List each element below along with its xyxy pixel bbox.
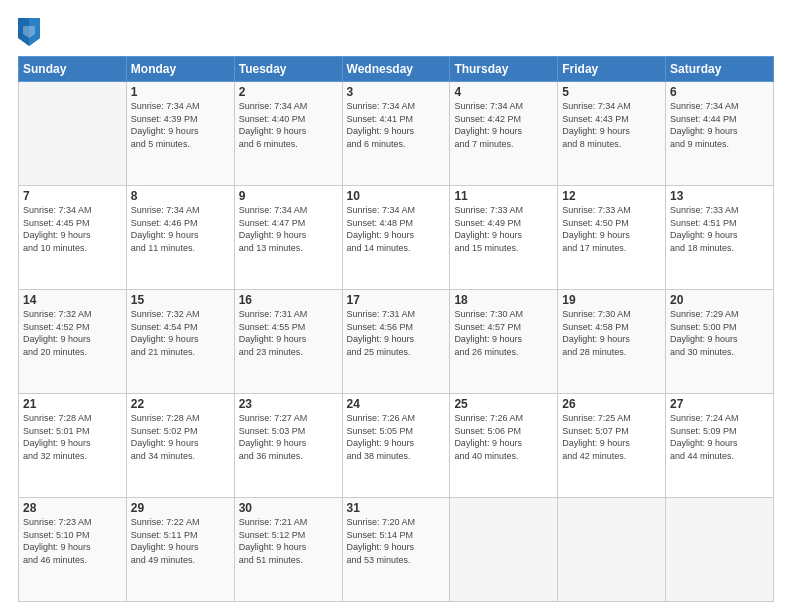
day-number: 23 — [239, 397, 338, 411]
day-info: Sunrise: 7:34 AM Sunset: 4:45 PM Dayligh… — [23, 204, 122, 254]
week-row-4: 21Sunrise: 7:28 AM Sunset: 5:01 PM Dayli… — [19, 394, 774, 498]
calendar-body: 1Sunrise: 7:34 AM Sunset: 4:39 PM Daylig… — [19, 82, 774, 602]
weekday-header-sunday: Sunday — [19, 57, 127, 82]
day-info: Sunrise: 7:33 AM Sunset: 4:51 PM Dayligh… — [670, 204, 769, 254]
day-number: 14 — [23, 293, 122, 307]
day-info: Sunrise: 7:34 AM Sunset: 4:39 PM Dayligh… — [131, 100, 230, 150]
day-info: Sunrise: 7:29 AM Sunset: 5:00 PM Dayligh… — [670, 308, 769, 358]
day-info: Sunrise: 7:32 AM Sunset: 4:52 PM Dayligh… — [23, 308, 122, 358]
weekday-header-thursday: Thursday — [450, 57, 558, 82]
day-number: 7 — [23, 189, 122, 203]
calendar-cell: 19Sunrise: 7:30 AM Sunset: 4:58 PM Dayli… — [558, 290, 666, 394]
day-info: Sunrise: 7:34 AM Sunset: 4:40 PM Dayligh… — [239, 100, 338, 150]
day-info: Sunrise: 7:31 AM Sunset: 4:55 PM Dayligh… — [239, 308, 338, 358]
calendar-cell: 12Sunrise: 7:33 AM Sunset: 4:50 PM Dayli… — [558, 186, 666, 290]
day-number: 26 — [562, 397, 661, 411]
day-number: 16 — [239, 293, 338, 307]
weekday-header-saturday: Saturday — [666, 57, 774, 82]
calendar-cell: 1Sunrise: 7:34 AM Sunset: 4:39 PM Daylig… — [126, 82, 234, 186]
day-number: 27 — [670, 397, 769, 411]
calendar-cell: 31Sunrise: 7:20 AM Sunset: 5:14 PM Dayli… — [342, 498, 450, 602]
day-info: Sunrise: 7:34 AM Sunset: 4:44 PM Dayligh… — [670, 100, 769, 150]
day-number: 29 — [131, 501, 230, 515]
calendar-cell: 17Sunrise: 7:31 AM Sunset: 4:56 PM Dayli… — [342, 290, 450, 394]
calendar-cell: 5Sunrise: 7:34 AM Sunset: 4:43 PM Daylig… — [558, 82, 666, 186]
calendar-cell: 28Sunrise: 7:23 AM Sunset: 5:10 PM Dayli… — [19, 498, 127, 602]
weekday-header-wednesday: Wednesday — [342, 57, 450, 82]
weekday-header-friday: Friday — [558, 57, 666, 82]
calendar-cell: 13Sunrise: 7:33 AM Sunset: 4:51 PM Dayli… — [666, 186, 774, 290]
calendar-cell: 10Sunrise: 7:34 AM Sunset: 4:48 PM Dayli… — [342, 186, 450, 290]
calendar-cell: 26Sunrise: 7:25 AM Sunset: 5:07 PM Dayli… — [558, 394, 666, 498]
day-number: 11 — [454, 189, 553, 203]
day-number: 8 — [131, 189, 230, 203]
day-info: Sunrise: 7:34 AM Sunset: 4:42 PM Dayligh… — [454, 100, 553, 150]
day-number: 13 — [670, 189, 769, 203]
page: SundayMondayTuesdayWednesdayThursdayFrid… — [0, 0, 792, 612]
calendar-table: SundayMondayTuesdayWednesdayThursdayFrid… — [18, 56, 774, 602]
day-number: 5 — [562, 85, 661, 99]
day-info: Sunrise: 7:33 AM Sunset: 4:49 PM Dayligh… — [454, 204, 553, 254]
day-info: Sunrise: 7:31 AM Sunset: 4:56 PM Dayligh… — [347, 308, 446, 358]
day-number: 25 — [454, 397, 553, 411]
day-info: Sunrise: 7:27 AM Sunset: 5:03 PM Dayligh… — [239, 412, 338, 462]
calendar-cell: 23Sunrise: 7:27 AM Sunset: 5:03 PM Dayli… — [234, 394, 342, 498]
calendar-cell: 7Sunrise: 7:34 AM Sunset: 4:45 PM Daylig… — [19, 186, 127, 290]
calendar-cell — [19, 82, 127, 186]
calendar-cell: 21Sunrise: 7:28 AM Sunset: 5:01 PM Dayli… — [19, 394, 127, 498]
day-number: 17 — [347, 293, 446, 307]
weekday-header-tuesday: Tuesday — [234, 57, 342, 82]
weekday-header-monday: Monday — [126, 57, 234, 82]
calendar-cell: 9Sunrise: 7:34 AM Sunset: 4:47 PM Daylig… — [234, 186, 342, 290]
day-number: 3 — [347, 85, 446, 99]
day-number: 15 — [131, 293, 230, 307]
day-info: Sunrise: 7:26 AM Sunset: 5:06 PM Dayligh… — [454, 412, 553, 462]
day-number: 28 — [23, 501, 122, 515]
day-number: 30 — [239, 501, 338, 515]
calendar-cell: 25Sunrise: 7:26 AM Sunset: 5:06 PM Dayli… — [450, 394, 558, 498]
calendar-cell: 6Sunrise: 7:34 AM Sunset: 4:44 PM Daylig… — [666, 82, 774, 186]
day-info: Sunrise: 7:30 AM Sunset: 4:58 PM Dayligh… — [562, 308, 661, 358]
week-row-2: 7Sunrise: 7:34 AM Sunset: 4:45 PM Daylig… — [19, 186, 774, 290]
calendar-cell: 2Sunrise: 7:34 AM Sunset: 4:40 PM Daylig… — [234, 82, 342, 186]
calendar-cell: 15Sunrise: 7:32 AM Sunset: 4:54 PM Dayli… — [126, 290, 234, 394]
day-info: Sunrise: 7:34 AM Sunset: 4:48 PM Dayligh… — [347, 204, 446, 254]
day-number: 24 — [347, 397, 446, 411]
day-info: Sunrise: 7:22 AM Sunset: 5:11 PM Dayligh… — [131, 516, 230, 566]
day-info: Sunrise: 7:34 AM Sunset: 4:47 PM Dayligh… — [239, 204, 338, 254]
logo-icon — [18, 18, 40, 46]
day-info: Sunrise: 7:23 AM Sunset: 5:10 PM Dayligh… — [23, 516, 122, 566]
day-info: Sunrise: 7:34 AM Sunset: 4:46 PM Dayligh… — [131, 204, 230, 254]
calendar-cell — [558, 498, 666, 602]
calendar-cell: 29Sunrise: 7:22 AM Sunset: 5:11 PM Dayli… — [126, 498, 234, 602]
day-info: Sunrise: 7:24 AM Sunset: 5:09 PM Dayligh… — [670, 412, 769, 462]
logo — [18, 18, 46, 46]
calendar-cell — [666, 498, 774, 602]
week-row-3: 14Sunrise: 7:32 AM Sunset: 4:52 PM Dayli… — [19, 290, 774, 394]
day-info: Sunrise: 7:34 AM Sunset: 4:43 PM Dayligh… — [562, 100, 661, 150]
day-number: 12 — [562, 189, 661, 203]
day-info: Sunrise: 7:26 AM Sunset: 5:05 PM Dayligh… — [347, 412, 446, 462]
day-number: 10 — [347, 189, 446, 203]
day-number: 18 — [454, 293, 553, 307]
week-row-1: 1Sunrise: 7:34 AM Sunset: 4:39 PM Daylig… — [19, 82, 774, 186]
day-number: 20 — [670, 293, 769, 307]
calendar-cell: 24Sunrise: 7:26 AM Sunset: 5:05 PM Dayli… — [342, 394, 450, 498]
calendar-cell: 14Sunrise: 7:32 AM Sunset: 4:52 PM Dayli… — [19, 290, 127, 394]
day-number: 1 — [131, 85, 230, 99]
calendar-cell: 4Sunrise: 7:34 AM Sunset: 4:42 PM Daylig… — [450, 82, 558, 186]
day-number: 4 — [454, 85, 553, 99]
day-number: 31 — [347, 501, 446, 515]
calendar-cell: 3Sunrise: 7:34 AM Sunset: 4:41 PM Daylig… — [342, 82, 450, 186]
day-number: 21 — [23, 397, 122, 411]
calendar-cell: 18Sunrise: 7:30 AM Sunset: 4:57 PM Dayli… — [450, 290, 558, 394]
day-info: Sunrise: 7:30 AM Sunset: 4:57 PM Dayligh… — [454, 308, 553, 358]
calendar-cell: 22Sunrise: 7:28 AM Sunset: 5:02 PM Dayli… — [126, 394, 234, 498]
weekday-row: SundayMondayTuesdayWednesdayThursdayFrid… — [19, 57, 774, 82]
day-info: Sunrise: 7:33 AM Sunset: 4:50 PM Dayligh… — [562, 204, 661, 254]
week-row-5: 28Sunrise: 7:23 AM Sunset: 5:10 PM Dayli… — [19, 498, 774, 602]
day-number: 19 — [562, 293, 661, 307]
day-info: Sunrise: 7:20 AM Sunset: 5:14 PM Dayligh… — [347, 516, 446, 566]
day-number: 2 — [239, 85, 338, 99]
day-number: 22 — [131, 397, 230, 411]
